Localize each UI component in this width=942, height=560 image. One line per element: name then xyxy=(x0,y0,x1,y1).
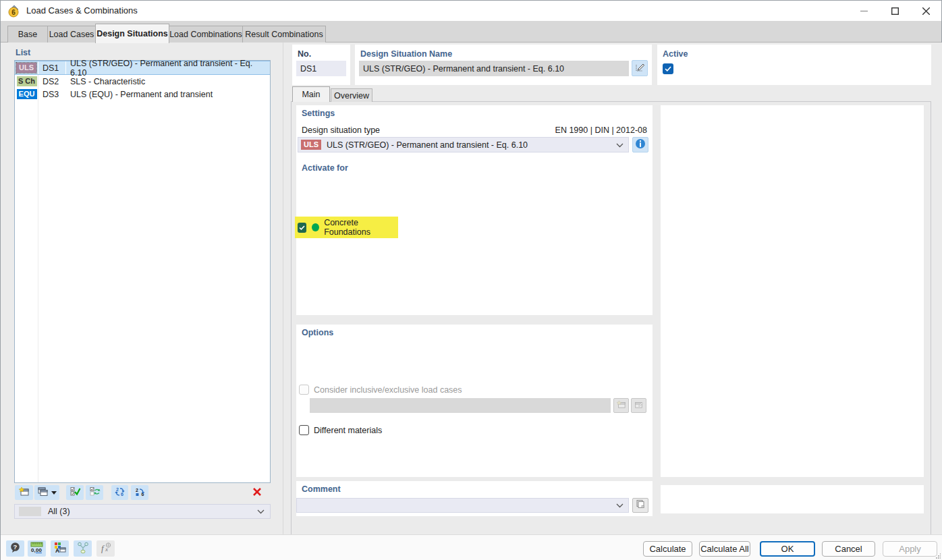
active-label: Active xyxy=(663,49,688,59)
list-item-ds3[interactable]: EQU DS3 ULS (EQU) - Permanent and transi… xyxy=(15,88,270,101)
copy-item-button[interactable] xyxy=(34,485,59,500)
invert-check-button[interactable] xyxy=(86,485,103,500)
svg-text:A: A xyxy=(55,547,59,553)
settings-heading: Settings xyxy=(302,109,335,118)
name-label: Design Situation Name xyxy=(360,49,452,59)
edit-pencil-icon xyxy=(635,62,645,74)
units-settings-button[interactable]: 0, 00 xyxy=(28,540,46,557)
cancel-button[interactable]: Cancel xyxy=(822,541,875,557)
tab-design-situations[interactable]: Design Situations xyxy=(95,24,169,43)
no-field[interactable]: DS1 xyxy=(296,61,346,76)
list-item-no: DS1 xyxy=(38,61,66,74)
help-button[interactable]: ? xyxy=(6,540,24,557)
concrete-foundations-label: Concrete Foundations xyxy=(324,218,398,237)
list-item-name: SLS - Characteristic xyxy=(66,77,270,86)
fx-icon: f x xyxy=(100,542,112,555)
tab-result-combinations[interactable]: Result Combinations xyxy=(242,26,326,43)
minimize-button[interactable] xyxy=(848,1,879,21)
svg-text:2: 2 xyxy=(116,487,119,492)
standard-label: EN 1990 | DIN | 2012-08 xyxy=(555,125,647,135)
rename-button[interactable] xyxy=(632,60,648,76)
filter-value: All (3) xyxy=(48,507,70,516)
svg-text:x: x xyxy=(105,546,108,553)
display-properties-button[interactable]: A xyxy=(51,540,69,557)
resize-grip[interactable] xyxy=(935,553,941,559)
model-tree-button[interactable] xyxy=(74,540,92,557)
info-strip-panel xyxy=(661,485,924,513)
renumber-sequence-button[interactable]: 2 6 xyxy=(131,485,148,500)
design-situation-type-label: Design situation type xyxy=(302,125,380,135)
new-window-icon xyxy=(616,400,626,411)
svg-text:6: 6 xyxy=(11,9,16,16)
design-situations-list[interactable]: ULS DS1 ULS (STR/GEO) - Permanent and tr… xyxy=(14,60,271,483)
calculate-button[interactable]: Calculate xyxy=(643,541,692,557)
list-item-name: ULS (EQU) - Permanent and transient xyxy=(66,90,270,99)
chevron-down-icon xyxy=(616,140,624,150)
list-heading: List xyxy=(16,48,30,57)
formula-button[interactable]: f x xyxy=(96,540,115,557)
list-filter-dropdown[interactable]: All (3) xyxy=(14,504,271,519)
window-title: Load Cases & Combinations xyxy=(26,5,138,16)
window-controls xyxy=(848,1,941,21)
renumber-icon: 2 6 xyxy=(114,486,126,499)
tab-load-cases[interactable]: Load Cases xyxy=(47,26,96,43)
pane-splitter xyxy=(283,43,283,534)
list-item-no: DS2 xyxy=(38,77,66,86)
titlebar: 6 Load Cases & Combinations xyxy=(1,1,941,21)
check-all-button[interactable] xyxy=(66,485,84,500)
activate-for-heading: Activate for xyxy=(302,163,348,173)
calculate-all-button[interactable]: Calculate All xyxy=(699,541,750,557)
tab-base[interactable]: Base xyxy=(7,26,48,43)
no-label: No. xyxy=(298,49,311,59)
main-tabstrip: Base Load Cases Design Situations Load C… xyxy=(1,21,941,43)
inclusive-exclusive-checkbox xyxy=(299,385,309,395)
apply-button: Apply xyxy=(883,541,937,557)
activate-concrete-foundations-row[interactable]: Concrete Foundations xyxy=(295,217,398,238)
load-cases-dialog: 6 Load Cases & Combinations Base Load Ca… xyxy=(0,0,942,560)
delete-x-icon xyxy=(252,487,262,499)
list-item-ds2[interactable]: S Ch DS2 SLS - Characteristic xyxy=(15,75,270,88)
copy-dropdown-arrow-icon xyxy=(51,491,57,495)
comment-heading: Comment xyxy=(302,484,341,494)
different-materials-checkbox[interactable] xyxy=(299,425,309,435)
dialog-body: List ULS DS1 ULS (STR/GEO) - Permanent a… xyxy=(1,43,942,534)
chevron-down-icon xyxy=(257,507,265,516)
new-window-icon xyxy=(18,486,30,499)
active-panel: Active xyxy=(657,45,931,85)
inclusive-exclusive-label: Consider inclusive/exclusive load cases xyxy=(314,385,462,395)
tab-overview[interactable]: Overview xyxy=(331,88,372,102)
tab-load-combinations[interactable]: Load Combinations xyxy=(169,26,243,43)
copy-comment-button[interactable] xyxy=(632,498,648,513)
design-situation-type-dropdown[interactable]: ULS ULS (STR/GEO) - Permanent and transi… xyxy=(298,137,629,152)
chevron-down-icon xyxy=(616,501,624,510)
new-item-button[interactable] xyxy=(15,485,33,500)
comment-combobox[interactable] xyxy=(296,498,629,513)
svg-text:00: 00 xyxy=(36,547,42,553)
help-icon: ? xyxy=(9,542,21,555)
name-field[interactable]: ULS (STR/GEO) - Permanent and transient … xyxy=(359,61,629,76)
copy-window-icon xyxy=(37,486,49,499)
renumber-button[interactable]: 2 6 xyxy=(111,485,128,500)
close-button[interactable] xyxy=(910,1,941,21)
type-info-button[interactable] xyxy=(632,137,648,152)
edit-window-icon xyxy=(634,400,644,411)
maximize-button[interactable] xyxy=(879,1,910,21)
svg-text:6: 6 xyxy=(121,492,123,497)
info-icon xyxy=(635,138,646,151)
list-item-ds1[interactable]: ULS DS1 ULS (STR/GEO) - Permanent and tr… xyxy=(15,61,270,75)
ok-button[interactable]: OK xyxy=(760,541,815,557)
check-all-icon xyxy=(70,486,81,499)
uls-badge: ULS xyxy=(16,63,36,73)
concrete-foundations-checkbox[interactable] xyxy=(298,223,306,233)
tab-main[interactable]: Main xyxy=(292,86,330,102)
display-properties-icon: A xyxy=(54,542,66,555)
addon-active-dot-icon xyxy=(312,223,319,231)
copy-pages-icon xyxy=(636,499,646,511)
options-heading: Options xyxy=(302,328,333,337)
type-value: ULS (STR/GEO) - Permanent and transient … xyxy=(327,140,528,150)
delete-item-button[interactable] xyxy=(249,485,265,500)
sch-badge: S Ch xyxy=(17,76,37,86)
inclusive-load-cases-field xyxy=(310,398,611,413)
list-item-no: DS3 xyxy=(38,90,66,99)
active-checkbox[interactable] xyxy=(663,63,673,74)
